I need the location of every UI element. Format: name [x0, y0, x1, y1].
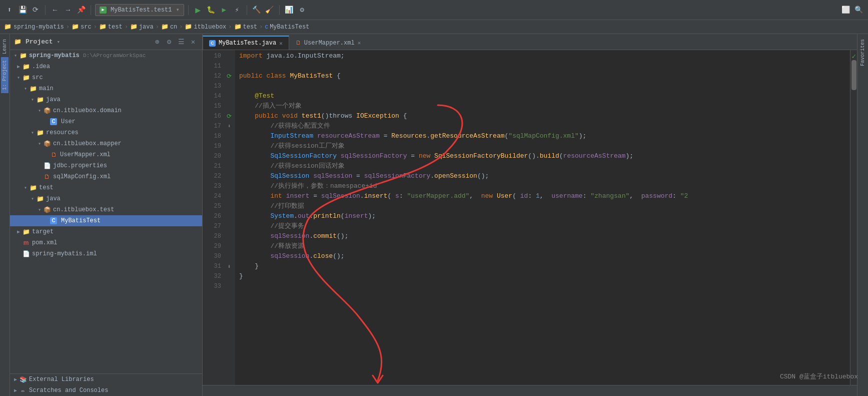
- line-numbers: 10111213 14151617 18192021 22232425 2627…: [203, 50, 225, 385]
- run-button[interactable]: ▶: [193, 5, 204, 16]
- coverage-button[interactable]: ▶: [219, 5, 230, 16]
- code-line-10: import java.io.InputStream;: [239, 51, 846, 61]
- toolbar-icon-back[interactable]: ←: [50, 5, 61, 16]
- code-line-29: //释放资源: [239, 241, 846, 251]
- gutter-icon-22: [225, 181, 233, 191]
- tab-usermapper[interactable]: 🗋 UserMapper.xml ✕: [289, 36, 367, 50]
- no-errors-indicator: ✓: [852, 52, 856, 61]
- build-button[interactable]: 🔨: [251, 5, 262, 16]
- gutter-icon-20: [225, 161, 233, 171]
- gutter-icon-24: [225, 201, 233, 211]
- toolbar-sep-4: [247, 5, 247, 15]
- breadcrumb-item-6[interactable]: 📁 test: [234, 23, 258, 31]
- scrollbar-thumb[interactable]: [851, 60, 856, 90]
- sidebar-header-icons: ⊕ ⚙ ☰ ✕: [152, 37, 198, 47]
- code-line-13: [239, 81, 846, 91]
- tree-item-ext-libs[interactable]: ▶ 📚 External Libraries: [10, 374, 202, 385]
- toolbar-sep-1: [45, 5, 46, 15]
- settings-button[interactable]: ⚙: [297, 5, 308, 16]
- tree-arrow: ▾: [22, 85, 29, 92]
- breadcrumb-item-2[interactable]: 📁 test: [99, 23, 123, 31]
- tree-item-resources[interactable]: ▾ 📁 resources: [10, 127, 202, 138]
- toolbar-icon-sync[interactable]: ⟳: [30, 5, 41, 16]
- layout-button[interactable]: ⬜: [840, 5, 851, 16]
- tree-item-scratches[interactable]: ▶ ✏ Scratches and Consoles: [10, 385, 202, 396]
- breadcrumb-item-0[interactable]: spring-mybatis: [14, 24, 64, 31]
- sidebar-close-icon[interactable]: ✕: [188, 37, 198, 47]
- code-editor[interactable]: 10111213 14151617 18192021 22232425 2627…: [203, 50, 857, 385]
- tab-close-mybatistest[interactable]: ✕: [279, 40, 283, 47]
- sidebar-header: 📁 Project ▾ ⊕ ⚙ ☰ ✕: [10, 34, 202, 50]
- watermark: CSDN @蓝盒子itbluebox: [780, 372, 858, 381]
- clean-button[interactable]: 🧹: [264, 5, 275, 16]
- tree-label: resources: [46, 129, 79, 136]
- code-line-32: }: [239, 271, 846, 281]
- tab-close-usermapper[interactable]: ✕: [358, 40, 361, 46]
- folder-icon: 📁: [22, 63, 30, 71]
- vcs-button[interactable]: 📊: [284, 5, 295, 16]
- tree-item-mybatistest[interactable]: ▶ C MyBatisTest: [10, 215, 202, 226]
- tree-item-test[interactable]: ▾ 📁 test: [10, 182, 202, 193]
- code-line-23: //执行操作，参数：namespace+id: [239, 181, 846, 191]
- tab-mybatistest[interactable]: C MyBatisTest.java ✕: [203, 36, 289, 50]
- gutter-icon-16[interactable]: ⟳: [225, 111, 233, 121]
- breadcrumb-item-5[interactable]: 📁 itbluebox: [185, 23, 226, 31]
- xml2-icon: 🗋: [43, 173, 51, 181]
- gutter-icon-16b[interactable]: ⬇: [225, 121, 233, 131]
- tree-item-usermapper-xml[interactable]: ▶ 🗋 UserMapper.xml: [10, 149, 202, 160]
- sidebar-add-icon[interactable]: ⊕: [152, 37, 162, 47]
- tree-item-spring-mybatis[interactable]: ▾ 📁 spring-mybatis D:\AProgramWorkSpac: [10, 50, 202, 61]
- gutter-icon-23: [225, 191, 233, 201]
- toolbar-icon-upload[interactable]: ⬆: [4, 5, 15, 16]
- tree-item-idea[interactable]: ▶ 📁 .idea: [10, 61, 202, 72]
- learn-tab[interactable]: Learn: [1, 36, 9, 57]
- tree-item-main[interactable]: ▾ 📁 main: [10, 83, 202, 94]
- editor-scrollbar[interactable]: ✓: [850, 50, 857, 385]
- folder-icon: 📁: [22, 74, 30, 82]
- tree-label: cn.itbluebox.mapper: [53, 140, 122, 147]
- profile-button[interactable]: ⚡: [232, 5, 243, 16]
- toolbar-icon-save[interactable]: 💾: [17, 5, 28, 16]
- tree-arrow: ▾: [15, 74, 22, 81]
- toolbar-icon-pin[interactable]: 📌: [76, 5, 87, 16]
- tree-label: cn.itbluebox.domain: [53, 107, 122, 114]
- sidebar: 📁 Project ▾ ⊕ ⚙ ☰ ✕ ▾ 📁 spring-mybatis D…: [10, 34, 203, 396]
- project-tab[interactable]: 1: Project: [1, 57, 9, 93]
- sidebar-dropdown[interactable]: ▾: [57, 39, 61, 45]
- breadcrumb-item-3[interactable]: 📁 java: [130, 23, 154, 31]
- tree-item-java-test[interactable]: ▾ 📁 java: [10, 193, 202, 204]
- code-line-21: //获得session回话对象: [239, 161, 846, 171]
- run-configuration-dropdown[interactable]: ▶ MyBatisTest.test1 ▾: [95, 4, 184, 16]
- tree-arrow: ▶: [12, 387, 19, 394]
- tree-item-mapper[interactable]: ▾ 📦 cn.itbluebox.mapper: [10, 138, 202, 149]
- tree-item-jdbc[interactable]: ▶ 📄 jdbc.properties: [10, 160, 202, 171]
- gutter-icon-30[interactable]: ⬇: [225, 261, 233, 271]
- tree-item-java-main[interactable]: ▾ 📁 java: [10, 94, 202, 105]
- tree-item-sqlmap[interactable]: ▶ 🗋 sqlMapConfig.xml: [10, 171, 202, 182]
- sidebar-settings-icon[interactable]: ☰: [176, 37, 186, 47]
- favorites-tab[interactable]: Favorites: [859, 36, 866, 69]
- breadcrumb-item-4[interactable]: 📁 cn: [161, 23, 177, 31]
- toolbar-icon-forward[interactable]: →: [63, 5, 74, 16]
- code-line-20: SqlSessionFactory sqlSessionFactory = ne…: [239, 151, 846, 161]
- gutter-icon-12[interactable]: ⟳: [225, 71, 233, 81]
- tree-arrow: ▾: [36, 140, 43, 147]
- debug-button[interactable]: 🐛: [206, 5, 217, 16]
- breadcrumb-item-7[interactable]: C MyBatisTest: [265, 24, 310, 31]
- tree-item-target[interactable]: ▶ 📁 target: [10, 226, 202, 237]
- tree-item-src[interactable]: ▾ 📁 src: [10, 72, 202, 83]
- tree-item-testpkg[interactable]: ▾ 📦 cn.itbluebox.test: [10, 204, 202, 215]
- code-content[interactable]: import java.io.InputStream; public class…: [235, 50, 850, 385]
- tree-label: External Libraries: [29, 376, 94, 383]
- tree-item-iml[interactable]: ▶ 📄 spring-mybatis.iml: [10, 248, 202, 259]
- tree-item-domain[interactable]: ▾ 📦 cn.itbluebox.domain: [10, 105, 202, 116]
- tree-item-pom[interactable]: ▶ m pom.xml: [10, 237, 202, 248]
- search-button[interactable]: 🔍: [853, 5, 864, 16]
- tree-item-user[interactable]: ▶ C User: [10, 116, 202, 127]
- gutter-icon-13: [225, 81, 233, 91]
- breadcrumb-item-1[interactable]: 📁 src: [72, 23, 92, 31]
- sidebar-title: Project: [26, 38, 53, 46]
- tree-label: MyBatisTest: [61, 217, 101, 224]
- sidebar-gear-icon[interactable]: ⚙: [164, 37, 174, 47]
- folder-icon: 📁: [29, 184, 37, 192]
